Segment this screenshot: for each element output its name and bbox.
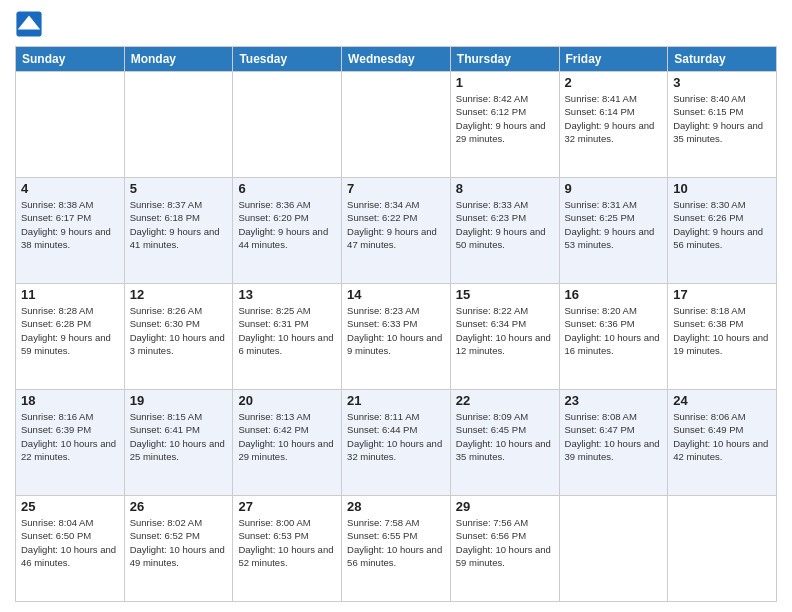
day-info: Sunrise: 8:25 AM Sunset: 6:31 PM Dayligh… (238, 304, 336, 357)
day-number: 20 (238, 393, 336, 408)
day-number: 18 (21, 393, 119, 408)
calendar-cell: 3Sunrise: 8:40 AM Sunset: 6:15 PM Daylig… (668, 72, 777, 178)
calendar-cell (668, 496, 777, 602)
day-info: Sunrise: 8:31 AM Sunset: 6:25 PM Dayligh… (565, 198, 663, 251)
calendar-cell: 6Sunrise: 8:36 AM Sunset: 6:20 PM Daylig… (233, 178, 342, 284)
day-number: 4 (21, 181, 119, 196)
calendar-week-1: 4Sunrise: 8:38 AM Sunset: 6:17 PM Daylig… (16, 178, 777, 284)
calendar-header-sunday: Sunday (16, 47, 125, 72)
day-number: 29 (456, 499, 554, 514)
calendar-header-row: SundayMondayTuesdayWednesdayThursdayFrid… (16, 47, 777, 72)
day-number: 19 (130, 393, 228, 408)
calendar-cell: 20Sunrise: 8:13 AM Sunset: 6:42 PM Dayli… (233, 390, 342, 496)
day-info: Sunrise: 8:11 AM Sunset: 6:44 PM Dayligh… (347, 410, 445, 463)
logo (15, 10, 47, 38)
calendar-cell (342, 72, 451, 178)
calendar-cell: 7Sunrise: 8:34 AM Sunset: 6:22 PM Daylig… (342, 178, 451, 284)
calendar-cell: 12Sunrise: 8:26 AM Sunset: 6:30 PM Dayli… (124, 284, 233, 390)
calendar-cell: 2Sunrise: 8:41 AM Sunset: 6:14 PM Daylig… (559, 72, 668, 178)
calendar-cell (16, 72, 125, 178)
calendar-cell: 25Sunrise: 8:04 AM Sunset: 6:50 PM Dayli… (16, 496, 125, 602)
day-info: Sunrise: 7:58 AM Sunset: 6:55 PM Dayligh… (347, 516, 445, 569)
calendar-cell (233, 72, 342, 178)
day-number: 6 (238, 181, 336, 196)
calendar-cell: 22Sunrise: 8:09 AM Sunset: 6:45 PM Dayli… (450, 390, 559, 496)
calendar-table: SundayMondayTuesdayWednesdayThursdayFrid… (15, 46, 777, 602)
day-number: 2 (565, 75, 663, 90)
day-info: Sunrise: 8:00 AM Sunset: 6:53 PM Dayligh… (238, 516, 336, 569)
day-info: Sunrise: 8:02 AM Sunset: 6:52 PM Dayligh… (130, 516, 228, 569)
day-info: Sunrise: 8:42 AM Sunset: 6:12 PM Dayligh… (456, 92, 554, 145)
calendar-header-thursday: Thursday (450, 47, 559, 72)
calendar-week-3: 18Sunrise: 8:16 AM Sunset: 6:39 PM Dayli… (16, 390, 777, 496)
day-number: 26 (130, 499, 228, 514)
day-info: Sunrise: 8:13 AM Sunset: 6:42 PM Dayligh… (238, 410, 336, 463)
calendar-cell: 9Sunrise: 8:31 AM Sunset: 6:25 PM Daylig… (559, 178, 668, 284)
day-number: 11 (21, 287, 119, 302)
calendar-cell: 28Sunrise: 7:58 AM Sunset: 6:55 PM Dayli… (342, 496, 451, 602)
calendar-header-tuesday: Tuesday (233, 47, 342, 72)
calendar-cell: 19Sunrise: 8:15 AM Sunset: 6:41 PM Dayli… (124, 390, 233, 496)
calendar-cell: 23Sunrise: 8:08 AM Sunset: 6:47 PM Dayli… (559, 390, 668, 496)
day-info: Sunrise: 8:30 AM Sunset: 6:26 PM Dayligh… (673, 198, 771, 251)
day-number: 28 (347, 499, 445, 514)
day-info: Sunrise: 8:38 AM Sunset: 6:17 PM Dayligh… (21, 198, 119, 251)
calendar-cell: 14Sunrise: 8:23 AM Sunset: 6:33 PM Dayli… (342, 284, 451, 390)
day-number: 27 (238, 499, 336, 514)
day-number: 15 (456, 287, 554, 302)
calendar-cell: 29Sunrise: 7:56 AM Sunset: 6:56 PM Dayli… (450, 496, 559, 602)
calendar-header-saturday: Saturday (668, 47, 777, 72)
day-number: 9 (565, 181, 663, 196)
calendar-cell: 4Sunrise: 8:38 AM Sunset: 6:17 PM Daylig… (16, 178, 125, 284)
day-info: Sunrise: 8:18 AM Sunset: 6:38 PM Dayligh… (673, 304, 771, 357)
day-number: 13 (238, 287, 336, 302)
calendar-cell: 10Sunrise: 8:30 AM Sunset: 6:26 PM Dayli… (668, 178, 777, 284)
day-info: Sunrise: 8:36 AM Sunset: 6:20 PM Dayligh… (238, 198, 336, 251)
day-info: Sunrise: 8:28 AM Sunset: 6:28 PM Dayligh… (21, 304, 119, 357)
day-info: Sunrise: 8:09 AM Sunset: 6:45 PM Dayligh… (456, 410, 554, 463)
day-number: 16 (565, 287, 663, 302)
day-number: 23 (565, 393, 663, 408)
calendar-cell: 8Sunrise: 8:33 AM Sunset: 6:23 PM Daylig… (450, 178, 559, 284)
day-number: 17 (673, 287, 771, 302)
day-number: 24 (673, 393, 771, 408)
calendar-week-4: 25Sunrise: 8:04 AM Sunset: 6:50 PM Dayli… (16, 496, 777, 602)
day-number: 1 (456, 75, 554, 90)
day-number: 7 (347, 181, 445, 196)
day-number: 5 (130, 181, 228, 196)
day-info: Sunrise: 8:26 AM Sunset: 6:30 PM Dayligh… (130, 304, 228, 357)
calendar-cell: 26Sunrise: 8:02 AM Sunset: 6:52 PM Dayli… (124, 496, 233, 602)
calendar-cell (124, 72, 233, 178)
calendar-cell: 15Sunrise: 8:22 AM Sunset: 6:34 PM Dayli… (450, 284, 559, 390)
day-info: Sunrise: 8:41 AM Sunset: 6:14 PM Dayligh… (565, 92, 663, 145)
calendar-cell: 5Sunrise: 8:37 AM Sunset: 6:18 PM Daylig… (124, 178, 233, 284)
day-number: 12 (130, 287, 228, 302)
calendar-cell (559, 496, 668, 602)
calendar-cell: 18Sunrise: 8:16 AM Sunset: 6:39 PM Dayli… (16, 390, 125, 496)
calendar-header-monday: Monday (124, 47, 233, 72)
day-number: 10 (673, 181, 771, 196)
logo-icon (15, 10, 43, 38)
calendar-week-2: 11Sunrise: 8:28 AM Sunset: 6:28 PM Dayli… (16, 284, 777, 390)
day-number: 14 (347, 287, 445, 302)
day-info: Sunrise: 8:08 AM Sunset: 6:47 PM Dayligh… (565, 410, 663, 463)
day-info: Sunrise: 8:40 AM Sunset: 6:15 PM Dayligh… (673, 92, 771, 145)
day-info: Sunrise: 8:23 AM Sunset: 6:33 PM Dayligh… (347, 304, 445, 357)
calendar-cell: 16Sunrise: 8:20 AM Sunset: 6:36 PM Dayli… (559, 284, 668, 390)
day-number: 22 (456, 393, 554, 408)
calendar-cell: 24Sunrise: 8:06 AM Sunset: 6:49 PM Dayli… (668, 390, 777, 496)
day-info: Sunrise: 8:34 AM Sunset: 6:22 PM Dayligh… (347, 198, 445, 251)
calendar-cell: 21Sunrise: 8:11 AM Sunset: 6:44 PM Dayli… (342, 390, 451, 496)
calendar-cell: 1Sunrise: 8:42 AM Sunset: 6:12 PM Daylig… (450, 72, 559, 178)
day-info: Sunrise: 8:15 AM Sunset: 6:41 PM Dayligh… (130, 410, 228, 463)
day-info: Sunrise: 8:37 AM Sunset: 6:18 PM Dayligh… (130, 198, 228, 251)
calendar-cell: 17Sunrise: 8:18 AM Sunset: 6:38 PM Dayli… (668, 284, 777, 390)
day-number: 21 (347, 393, 445, 408)
day-number: 8 (456, 181, 554, 196)
calendar-cell: 13Sunrise: 8:25 AM Sunset: 6:31 PM Dayli… (233, 284, 342, 390)
calendar-week-0: 1Sunrise: 8:42 AM Sunset: 6:12 PM Daylig… (16, 72, 777, 178)
day-info: Sunrise: 8:33 AM Sunset: 6:23 PM Dayligh… (456, 198, 554, 251)
day-info: Sunrise: 8:20 AM Sunset: 6:36 PM Dayligh… (565, 304, 663, 357)
day-info: Sunrise: 8:22 AM Sunset: 6:34 PM Dayligh… (456, 304, 554, 357)
calendar-cell: 27Sunrise: 8:00 AM Sunset: 6:53 PM Dayli… (233, 496, 342, 602)
